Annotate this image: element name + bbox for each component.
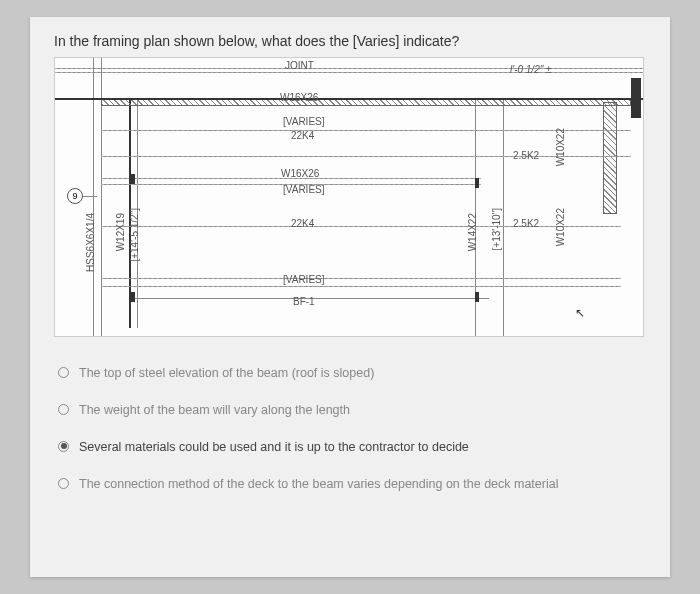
option-4-text: The connection method of the deck to the…	[79, 476, 558, 493]
option-2[interactable]: The weight of the beam will vary along t…	[54, 392, 646, 429]
label-w16x26-b: W16X26	[281, 168, 319, 179]
label-w12x19-offset: [+14'-5 1/2"]	[129, 208, 140, 262]
label-w14x22-offset: [+13'-10"]	[491, 208, 502, 250]
radio-1[interactable]	[58, 367, 69, 378]
grid-number: 9	[72, 191, 77, 201]
label-bf1: BF-1	[293, 296, 315, 307]
label-varies-b: [VARIES]	[283, 184, 325, 195]
answer-options: The top of steel elevation of the beam (…	[54, 355, 646, 503]
label-varies-c: [VARIES]	[283, 274, 325, 285]
label-22k4-b: 22K4	[291, 218, 314, 229]
label-hss: HSS6X6X1/4	[85, 213, 96, 272]
label-varies-a: [VARIES]	[283, 116, 325, 127]
option-3-text: Several materials could be used and it i…	[79, 439, 469, 456]
label-dim-top: l'-0 1/2" ±	[510, 64, 552, 75]
option-1[interactable]: The top of steel elevation of the beam (…	[54, 355, 646, 392]
radio-2[interactable]	[58, 404, 69, 415]
label-w10x22-a: W10X22	[555, 128, 566, 166]
option-2-text: The weight of the beam will vary along t…	[79, 402, 350, 419]
question-card: In the framing plan shown below, what do…	[30, 17, 670, 577]
label-w10x22-b: W10X22	[555, 208, 566, 246]
option-3[interactable]: Several materials could be used and it i…	[54, 429, 646, 466]
label-joint: JOINT	[285, 60, 314, 71]
cursor-icon: ↖	[575, 306, 585, 320]
framing-plan-diagram: JOINT l'-0 1/2" ± 9 W16X26 [VARIES]	[54, 57, 644, 337]
option-4[interactable]: The connection method of the deck to the…	[54, 466, 646, 503]
label-25k2-b: 2.5K2	[513, 218, 539, 229]
radio-3[interactable]	[58, 441, 69, 452]
radio-4[interactable]	[58, 478, 69, 489]
grid-bubble: 9	[67, 188, 83, 204]
label-w14x22: W14X22	[467, 213, 478, 251]
label-w16x26-a: W16X26	[280, 92, 318, 103]
option-1-text: The top of steel elevation of the beam (…	[79, 365, 374, 382]
label-w12x19: W12X19	[115, 213, 126, 251]
label-22k4-a: 22K4	[291, 130, 314, 141]
question-text: In the framing plan shown below, what do…	[54, 33, 646, 49]
label-25k2-a: 2.5K2	[513, 150, 539, 161]
